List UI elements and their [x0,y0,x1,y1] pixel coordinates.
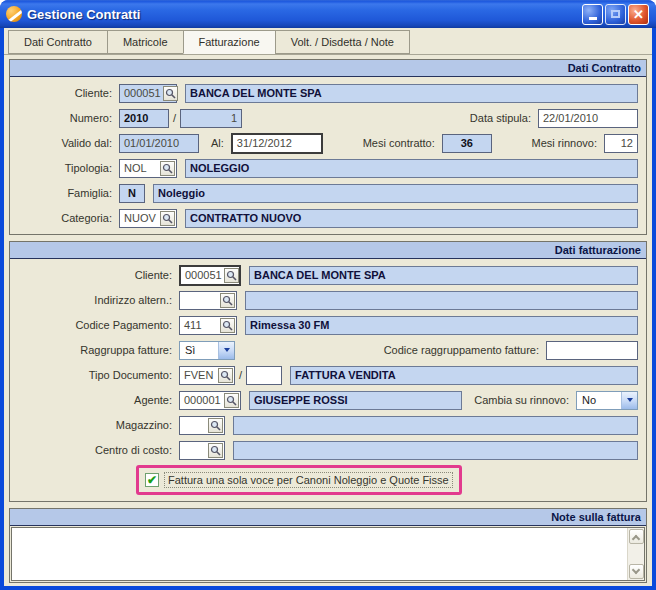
row-codice-pagamento: Codice Pagamento: 411 Rimessa 30 FM [14,315,638,335]
tipo-doc-code-field[interactable]: FVEN [179,366,235,385]
cambia-rinnovo-label: Cambia su rinnovo: [474,394,576,406]
valido-dal-label: Valido dal: [14,137,119,149]
row-raggruppa-fatture: Raggruppa fatture: Sì Codice raggruppame… [14,340,638,360]
mesi-contratto-label: Mesi contratto: [363,137,442,149]
magnifier-icon [226,270,237,281]
group-header-dati-fatturazione: Dati fatturazione [10,242,646,259]
centro-costo-code-field[interactable] [179,441,225,460]
indirizzo-lookup-button[interactable] [220,293,235,308]
cliente-code-value: 000051 [124,87,161,99]
note-textarea[interactable] [12,528,627,580]
raggruppa-combobox[interactable]: Sì [179,341,235,360]
row-cliente: Cliente: 000051 BANCA DEL MONTE SPA [14,83,638,103]
magazzino-code-field[interactable] [179,416,225,435]
categoria-desc-field: CONTRATTO NUOVO [185,209,638,228]
note-scrollbar[interactable] [627,528,644,580]
centro-costo-desc-field [233,441,638,460]
famiglia-label: Famiglia: [14,187,119,199]
magnifier-icon [210,420,221,431]
chevron-down-icon[interactable] [621,392,637,409]
row-centro-costo: Centro di costo: [14,440,638,460]
maximize-button[interactable] [605,4,626,25]
magnifier-icon [210,445,221,456]
cambia-rinnovo-value: No [582,394,596,406]
group-dati-contratto: Dati Contratto Cliente: 000051 BANCA DEL… [9,59,647,235]
famiglia-desc-field: Noleggio [153,184,638,203]
group-note-fattura: Note sulla fattura [9,508,647,583]
magnifier-icon [220,370,231,381]
pagamento-desc-field: Rimessa 30 FM [245,316,638,335]
row-famiglia: Famiglia: N Noleggio [14,183,638,203]
fatt-cliente-code-field[interactable]: 000051 [179,265,241,286]
pagamento-lookup-button[interactable] [220,318,235,333]
data-stipula-field[interactable]: 22/01/2010 [538,109,638,128]
titlebar: Gestione Contratti ✕ [0,0,656,28]
cambia-rinnovo-combobox[interactable]: No [576,391,638,410]
row-agente: Agente: 000001 GIUSEPPE ROSSI Cambia su … [14,390,638,410]
numero-prog-field[interactable]: 1 [180,109,242,128]
fattura-voce-unica-checkbox-label[interactable]: Fattura una sola voce per Canoni Noleggi… [164,472,453,488]
cod-raggr-field[interactable] [546,341,638,360]
group-header-note-fattura: Note sulla fattura [10,509,646,526]
tab-dati-contratto[interactable]: Dati Contratto [8,30,107,54]
fatt-cliente-lookup-button[interactable] [224,268,239,283]
tipo-doc-code-value: FVEN [184,369,213,381]
magnifier-icon [165,88,176,99]
categoria-lookup-button[interactable] [160,211,175,226]
famiglia-code-field: N [119,184,145,203]
pagamento-label: Codice Pagamento: [14,319,179,331]
close-button[interactable]: ✕ [628,4,649,25]
agente-desc-field: GIUSEPPE ROSSI [249,391,462,410]
tipo-doc-separator: / [235,369,246,381]
tab-fatturazione[interactable]: Fatturazione [183,30,275,54]
scroll-down-button[interactable] [629,564,644,579]
scroll-up-button[interactable] [629,529,644,544]
note-textarea-frame [11,527,645,581]
categoria-code-field[interactable]: NUOV [119,209,177,228]
magazzino-desc-field [233,416,638,435]
magnifier-icon [226,395,237,406]
tipo-doc-num-field[interactable] [246,366,282,385]
fattura-voce-unica-checkbox[interactable]: ✔ [145,473,159,487]
categoria-label: Categoria: [14,212,119,224]
row-magazzino: Magazzino: [14,415,638,435]
cliente-desc-field: BANCA DEL MONTE SPA [185,84,638,103]
pagamento-code-field[interactable]: 411 [179,316,237,335]
numero-anno-field[interactable]: 2010 [119,109,169,128]
mesi-contratto-field: 36 [442,134,492,153]
row-validita: Valido dal: 01/01/2010 Al: 31/12/2012 Me… [14,133,638,153]
chevron-down-icon[interactable] [218,342,234,359]
minimize-button[interactable] [582,4,603,25]
tab-volt-disdetta-note[interactable]: Volt. / Disdetta / Note [275,30,410,54]
cod-raggr-label: Codice raggruppamento fatture: [384,344,546,356]
magazzino-lookup-button[interactable] [208,418,223,433]
magnifier-icon [222,320,233,331]
tipologia-code-field[interactable]: NOL [119,159,177,178]
al-label: Al: [211,137,231,149]
cliente-code-field[interactable]: 000051 [119,84,177,103]
agente-code-field[interactable]: 000001 [179,391,241,410]
raggruppa-label: Raggruppa fatture: [14,344,179,356]
cliente-label: Cliente: [14,87,119,99]
fatt-cliente-code-value: 000051 [185,269,222,281]
mesi-rinnovo-field[interactable]: 12 [604,134,638,153]
cliente-lookup-button[interactable] [163,86,178,101]
al-field[interactable]: 31/12/2012 [231,133,323,154]
tab-matricole[interactable]: Matricole [107,30,183,54]
group-dati-fatturazione: Dati fatturazione Cliente: 000051 BANCA … [9,241,647,502]
magnifier-icon [222,295,233,306]
centro-costo-lookup-button[interactable] [208,443,223,458]
tipologia-code-value: NOL [124,162,147,174]
categoria-code-value: NUOV [124,212,156,224]
row-indirizzo-altern: Indirizzo altern.: [14,290,638,310]
tipologia-lookup-button[interactable] [160,161,175,176]
valido-dal-field[interactable]: 01/01/2010 [119,134,199,153]
app-window: Gestione Contratti ✕ Dati Contratto Matr… [0,0,656,590]
numero-separator: / [169,112,180,124]
agente-lookup-button[interactable] [224,393,239,408]
magazzino-label: Magazzino: [14,419,179,431]
tipo-doc-lookup-button[interactable] [218,368,233,383]
chevron-up-icon [632,534,640,542]
pagamento-code-value: 411 [184,319,202,331]
indirizzo-code-field[interactable] [179,291,237,310]
